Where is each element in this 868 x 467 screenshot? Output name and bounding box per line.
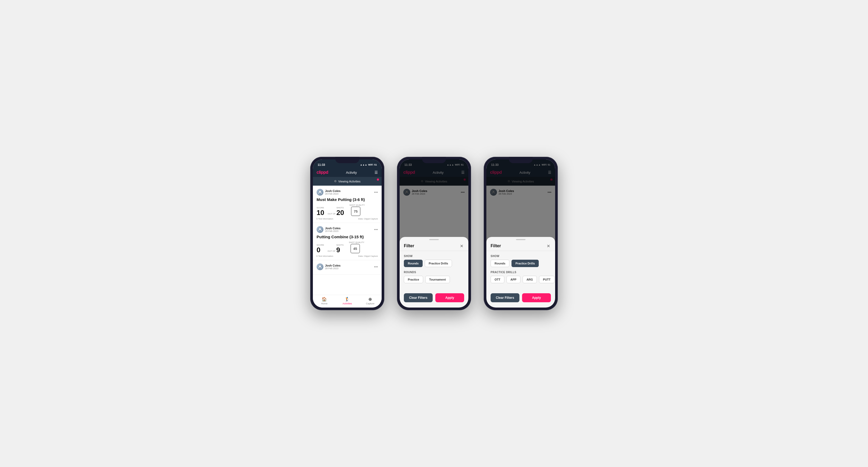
phone-3: 11:33 ▲▲▲ WiFi 51 clippd Activity ☰ ⚙ Vi…	[484, 157, 558, 310]
shot-quality-group-1: Shot Quality 75	[349, 204, 365, 216]
practice-drills-btn-3[interactable]: Practice Drills	[512, 260, 539, 267]
info-icon-1: ℹ	[317, 218, 317, 220]
status-icons-1: ▲▲▲ WiFi 51	[360, 163, 377, 166]
phone-notch-2	[422, 157, 446, 163]
practice-drills-btn-2[interactable]: Practice Drills	[425, 260, 452, 267]
filter-body-3: Show Rounds Practice Drills Practice Dri…	[486, 251, 555, 291]
shot-quality-label-2: Shot Quality	[349, 241, 365, 244]
arg-btn-3[interactable]: ARG	[523, 276, 537, 283]
filter-footer-3: Clear Filters Apply	[486, 291, 555, 302]
shots-group-1: Shots 20	[336, 207, 344, 216]
filter-sheet-3: Filter ✕ Show Rounds Practice Drills Pra…	[486, 237, 555, 308]
apply-btn-3[interactable]: Apply	[522, 293, 551, 302]
activity-list-1: Josh Coles 28 Feb 2023 ••• Must Make Put…	[313, 186, 382, 295]
filter-close-3[interactable]: ✕	[546, 243, 551, 249]
score-value-1: 10	[317, 209, 324, 216]
phone-1-screen: 11:33 ▲▲▲ WiFi 51 clippd Activity ☰ ⚙ Vi…	[313, 159, 382, 308]
filter-title-2: Filter	[404, 244, 414, 248]
user-name-2: Josh Coles	[325, 227, 341, 230]
phone-notch-3	[509, 157, 533, 163]
show-label-2: Show	[404, 255, 464, 257]
shot-quality-badge-2: 45	[350, 244, 360, 253]
show-label-3: Show	[491, 255, 551, 257]
user-name-3: Josh Coles	[325, 264, 341, 267]
phones-container: 11:33 ▲▲▲ WiFi 51 clippd Activity ☰ ⚙ Vi…	[310, 157, 558, 310]
user-date-2: 28 Feb 2023	[325, 230, 341, 232]
shots-value-2: 9	[336, 246, 344, 253]
app-btn-3[interactable]: APP	[506, 276, 521, 283]
activity-card-3: Josh Coles 28 Feb 2023 •••	[313, 260, 382, 275]
wifi-icon-1: WiFi	[368, 163, 373, 166]
ott-btn-3[interactable]: OTT	[491, 276, 504, 283]
tournament-btn-2[interactable]: Tournament	[425, 276, 450, 283]
score-group-2: Score 0	[317, 244, 324, 253]
viewing-banner-1[interactable]: ⚙ Viewing Activities	[313, 177, 382, 186]
data-source-1: Data: Clippd Capture	[358, 218, 378, 220]
hamburger-icon-1[interactable]: ☰	[374, 170, 378, 175]
activity-card-1: Josh Coles 28 Feb 2023 ••• Must Make Put…	[313, 186, 382, 223]
phone-1: 11:33 ▲▲▲ WiFi 51 clippd Activity ☰ ⚙ Vi…	[310, 157, 384, 310]
stats-row-2: Score 0 OUT OF Shots 9 Shot Quality 45	[317, 241, 378, 253]
card-header-3: Josh Coles 28 Feb 2023 •••	[317, 263, 378, 270]
nav-bar-1: clippd Activity ☰	[313, 168, 382, 177]
practice-drills-section-label-3: Practice Drills	[491, 271, 551, 274]
capture-icon-1: ⊕	[368, 297, 372, 302]
user-info-3: Josh Coles 28 Feb 2023	[317, 263, 341, 270]
battery-icon-1: 51	[374, 163, 377, 166]
avatar-3	[317, 263, 323, 270]
tab-home-label-1: Home	[321, 302, 328, 305]
apply-btn-2[interactable]: Apply	[435, 293, 464, 302]
user-date-1: 28 Feb 2023	[325, 192, 341, 195]
status-time-1: 11:33	[318, 163, 325, 166]
tab-capture-1[interactable]: ⊕ Capture	[359, 297, 382, 305]
user-name-1: Josh Coles	[325, 189, 341, 192]
filter-title-3: Filter	[491, 244, 501, 248]
phone-notch-1	[335, 157, 359, 163]
card-header-1: Josh Coles 28 Feb 2023 •••	[317, 189, 378, 196]
avatar-1	[317, 189, 323, 196]
show-buttons-3: Rounds Practice Drills	[491, 260, 551, 267]
score-group-1: Score 10	[317, 207, 324, 216]
card-footer-2: ℹ Test Information Data: Clippd Capture	[317, 255, 378, 257]
signal-icon-1: ▲▲▲	[360, 163, 367, 166]
filter-close-2[interactable]: ✕	[459, 243, 464, 249]
tab-home-1[interactable]: 🏠 Home	[313, 297, 336, 305]
more-dots-2[interactable]: •••	[374, 227, 378, 232]
shot-quality-badge-1: 75	[351, 207, 361, 216]
nav-title-1: Activity	[346, 170, 357, 175]
banner-dot-1	[377, 179, 379, 181]
user-info-1: Josh Coles 28 Feb 2023	[317, 189, 341, 196]
practice-drills-buttons-3: OTT APP ARG PUTT	[491, 276, 551, 283]
clear-filters-btn-3[interactable]: Clear Filters	[491, 293, 520, 302]
filter-sheet-2: Filter ✕ Show Rounds Practice Drills Rou…	[400, 237, 468, 308]
rounds-btn-3[interactable]: Rounds	[491, 260, 509, 267]
tab-activities-1[interactable]: 🏌 Activities	[336, 297, 359, 305]
stats-row-1: Score 10 OUT OF Shots 20 Shot Quality 75	[317, 204, 378, 216]
rounds-btn-2[interactable]: Rounds	[404, 260, 423, 267]
practice-btn-2[interactable]: Practice	[404, 276, 423, 283]
filter-header-3: Filter ✕	[486, 240, 555, 251]
more-dots-3[interactable]: •••	[374, 265, 378, 269]
putt-btn-3[interactable]: PUTT	[539, 276, 555, 283]
phone-2: 11:33 ▲▲▲ WiFi 51 clippd Activity ☰ ⚙ Vi…	[397, 157, 471, 310]
logo-1: clippd	[317, 170, 328, 175]
filter-footer-2: Clear Filters Apply	[400, 291, 468, 302]
more-dots-1[interactable]: •••	[374, 190, 378, 194]
activity-card-2: Josh Coles 28 Feb 2023 ••• Putting Combi…	[313, 223, 382, 260]
rounds-section-label-2: Rounds	[404, 271, 464, 274]
viewing-banner-text-1: Viewing Activities	[338, 180, 361, 183]
home-icon-1: 🏠	[321, 297, 327, 302]
filter-body-2: Show Rounds Practice Drills Rounds Pract…	[400, 251, 468, 291]
activity-title-1: Must Make Putting (3-6 ft)	[317, 197, 378, 202]
data-source-2: Data: Clippd Capture	[358, 255, 378, 257]
out-of-2: OUT OF	[328, 250, 335, 253]
phone-3-screen: 11:33 ▲▲▲ WiFi 51 clippd Activity ☰ ⚙ Vi…	[486, 159, 555, 308]
out-of-1: OUT OF	[328, 213, 336, 216]
tab-bar-1: 🏠 Home 🏌 Activities ⊕ Capture	[313, 295, 382, 308]
activities-icon-1: 🏌	[345, 297, 350, 302]
clear-filters-btn-2[interactable]: Clear Filters	[404, 293, 433, 302]
tab-capture-label-1: Capture	[366, 302, 374, 305]
show-buttons-2: Rounds Practice Drills	[404, 260, 464, 267]
score-value-2: 0	[317, 246, 324, 253]
info-icon-2: ℹ	[317, 255, 317, 257]
